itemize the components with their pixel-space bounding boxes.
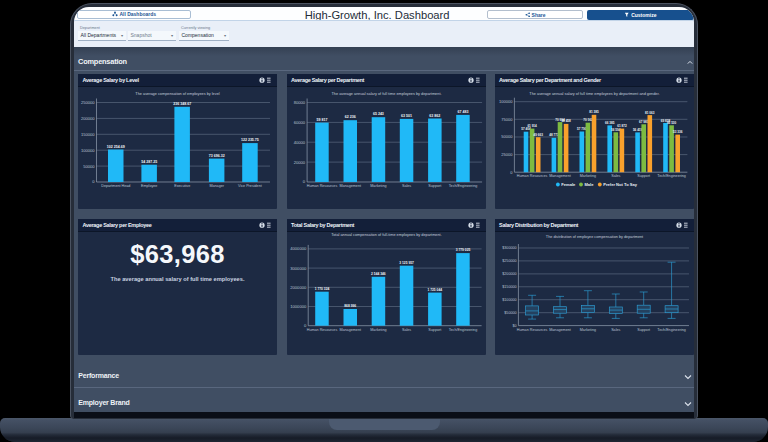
- svg-text:200000: 200000: [81, 116, 95, 121]
- svg-text:4000000: 4000000: [290, 246, 307, 251]
- svg-text:70 162: 70 162: [583, 118, 593, 122]
- svg-text:48 773: 48 773: [549, 133, 559, 137]
- svg-text:73 696.32: 73 696.32: [209, 154, 225, 158]
- svg-text:Human Resources: Human Resources: [306, 328, 337, 332]
- svg-text:Sales: Sales: [402, 328, 411, 332]
- svg-text:236 348.67: 236 348.67: [173, 102, 191, 106]
- svg-text:Tech/Engineering: Tech/Engineering: [657, 174, 686, 178]
- svg-text:0: 0: [92, 179, 95, 184]
- svg-text:65 243: 65 243: [373, 112, 384, 116]
- svg-text:1000000: 1000000: [290, 304, 307, 309]
- svg-text:Employee: Employee: [141, 184, 157, 188]
- svg-text:150000: 150000: [81, 132, 95, 137]
- svg-text:56 419: 56 419: [632, 128, 642, 132]
- svg-text:The average annual salary of f: The average annual salary of full time e…: [529, 92, 659, 96]
- svg-text:0: 0: [510, 170, 513, 175]
- svg-text:1 770 324: 1 770 324: [314, 287, 329, 291]
- svg-text:1 725 044: 1 725 044: [427, 288, 442, 292]
- svg-text:59 817: 59 817: [316, 118, 327, 122]
- svg-text:100000: 100000: [499, 99, 513, 104]
- svg-text:3 779 025: 3 779 025: [455, 248, 470, 252]
- svg-text:Human Resources: Human Resources: [516, 328, 547, 332]
- svg-text:66 385: 66 385: [605, 121, 615, 125]
- svg-text:Management: Management: [339, 184, 361, 188]
- svg-text:Sales: Sales: [611, 328, 620, 332]
- svg-text:Tech/Engineering: Tech/Engineering: [657, 328, 686, 332]
- svg-text:Prefer Not To Say: Prefer Not To Say: [603, 182, 638, 187]
- svg-text:Support: Support: [428, 184, 441, 188]
- svg-text:Sales: Sales: [611, 174, 620, 178]
- svg-text:63 501: 63 501: [401, 114, 412, 118]
- svg-text:50000: 50000: [501, 134, 513, 139]
- svg-text:75000: 75000: [501, 117, 513, 122]
- svg-text:60000: 60000: [293, 120, 305, 125]
- svg-text:Vice President: Vice President: [238, 184, 262, 188]
- svg-text:Human Resources: Human Resources: [306, 184, 337, 188]
- svg-text:Management: Management: [339, 328, 361, 332]
- svg-text:Tech/Engineering: Tech/Engineering: [448, 184, 476, 188]
- svg-text:3000000: 3000000: [290, 266, 307, 271]
- svg-text:61 872: 61 872: [617, 124, 627, 128]
- svg-text:$150000: $150000: [502, 285, 516, 289]
- svg-text:20000: 20000: [293, 160, 305, 165]
- svg-text:250000: 250000: [81, 100, 95, 105]
- svg-text:100000: 100000: [81, 148, 95, 153]
- svg-text:Marketing: Marketing: [579, 174, 595, 178]
- svg-text:$50000: $50000: [504, 311, 516, 315]
- svg-text:Support: Support: [637, 328, 650, 332]
- svg-text:53 336: 53 336: [673, 130, 683, 134]
- svg-text:66 530: 66 530: [666, 121, 676, 125]
- svg-text:The average annual salary of f: The average annual salary of full time e…: [331, 92, 441, 96]
- svg-text:67 981: 67 981: [639, 120, 649, 124]
- svg-text:Executive: Executive: [174, 184, 190, 188]
- svg-text:Support: Support: [637, 174, 650, 178]
- svg-text:56 594: 56 594: [611, 128, 621, 132]
- svg-text:$200000: $200000: [502, 272, 516, 276]
- svg-text:Marketing: Marketing: [370, 184, 386, 188]
- svg-text:$300000: $300000: [502, 246, 516, 250]
- svg-text:80000: 80000: [293, 100, 305, 105]
- svg-text:Female: Female: [561, 182, 576, 187]
- svg-text:Department Head: Department Head: [101, 184, 130, 188]
- svg-text:81 063: 81 063: [645, 111, 655, 115]
- svg-text:68 458: 68 458: [561, 119, 571, 123]
- svg-text:Manager: Manager: [209, 184, 224, 188]
- svg-text:62 236: 62 236: [344, 115, 355, 119]
- svg-text:50000: 50000: [83, 164, 95, 169]
- svg-text:The distribution of employee c: The distribution of employee compensatio…: [545, 235, 643, 239]
- svg-text:$250000: $250000: [502, 259, 516, 263]
- svg-text:Management: Management: [549, 174, 571, 178]
- svg-text:54 287.25: 54 287.25: [141, 160, 157, 164]
- svg-text:61 914: 61 914: [527, 124, 537, 128]
- svg-text:102 254.69: 102 254.69: [107, 145, 125, 149]
- svg-text:Male: Male: [584, 182, 594, 187]
- svg-text:25000: 25000: [501, 152, 513, 157]
- svg-text:3 125 957: 3 125 957: [399, 261, 414, 265]
- svg-text:Sales: Sales: [402, 184, 411, 188]
- svg-text:81 385: 81 385: [589, 110, 599, 114]
- svg-text:2 544 346: 2 544 346: [371, 272, 386, 276]
- svg-text:Support: Support: [428, 328, 441, 332]
- svg-text:40000: 40000: [293, 140, 305, 145]
- svg-text:122 235.75: 122 235.75: [241, 138, 259, 142]
- svg-text:$100000: $100000: [502, 298, 516, 302]
- svg-text:Marketing: Marketing: [579, 328, 595, 332]
- svg-text:Human Resources: Human Resources: [516, 174, 547, 178]
- svg-text:Marketing: Marketing: [370, 328, 386, 332]
- svg-text:0: 0: [302, 179, 305, 184]
- svg-text:868 996: 868 996: [344, 304, 356, 308]
- svg-text:63 862: 63 862: [429, 114, 440, 118]
- svg-text:Management: Management: [549, 328, 571, 332]
- svg-text:49 663: 49 663: [533, 133, 543, 137]
- svg-text:The average compensation of em: The average compensation of employees by…: [135, 92, 219, 96]
- svg-text:2000000: 2000000: [290, 285, 307, 290]
- svg-text:67 483: 67 483: [457, 110, 468, 114]
- svg-text:Total annual compensation of f: Total annual compensation of full-time e…: [331, 233, 441, 237]
- svg-text:57 790: 57 790: [577, 127, 587, 131]
- svg-text:Tech/Engineering: Tech/Engineering: [448, 328, 477, 332]
